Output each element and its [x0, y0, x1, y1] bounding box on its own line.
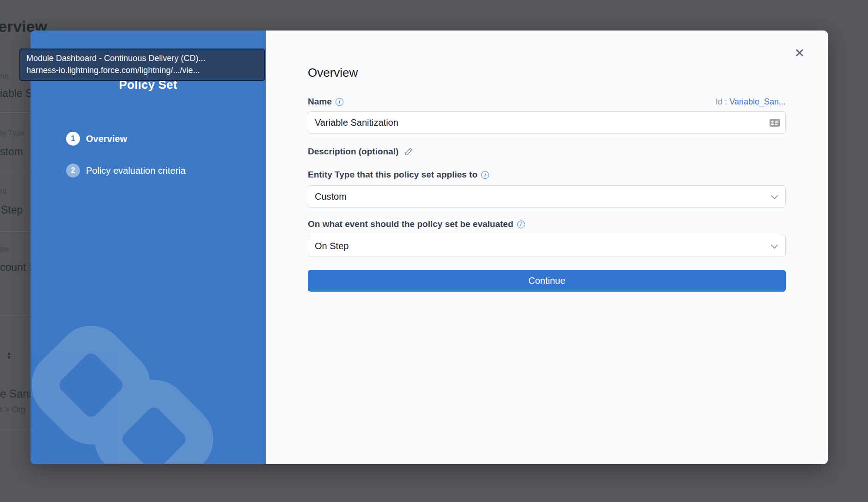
id-link[interactable]: Variable_San...: [729, 97, 786, 106]
info-icon[interactable]: i: [336, 98, 343, 106]
entity-id: Id : Variable_San...: [715, 97, 786, 107]
info-icon[interactable]: i: [517, 220, 525, 228]
step-2-label: Policy evaluation criteria: [86, 165, 186, 176]
sort-icon: ▲ ▼: [6, 351, 12, 360]
close-icon[interactable]: ✕: [794, 47, 805, 60]
policy-set-modal: Policy Set 1 Overview 2 Policy evaluatio…: [31, 31, 828, 464]
name-label-text: Name: [308, 97, 332, 107]
harness-logo-watermark: [31, 31, 266, 464]
link-preview-tooltip: Module Dashboard - Continuous Delivery (…: [19, 49, 265, 81]
event-label-row: On what event should the policy set be e…: [308, 219, 786, 229]
name-label-row: Name i Id : Variable_San...: [308, 97, 786, 107]
background-field-value: stom: [0, 146, 23, 158]
background-field-label: pe: [0, 245, 9, 254]
edit-pencil-icon[interactable]: [404, 147, 413, 156]
sort-down-arrow: ▼: [6, 355, 12, 360]
chevron-down-icon: [771, 241, 778, 249]
background-field-label: ne: [0, 72, 9, 81]
name-label: Name i: [308, 97, 343, 107]
chevron-down-icon: [771, 192, 778, 199]
background-field-value: Step: [1, 204, 23, 216]
entity-type-select[interactable]: Custom: [308, 185, 786, 208]
name-input-wrap: [308, 111, 786, 134]
id-prefix: Id :: [715, 97, 727, 106]
event-select[interactable]: On Step: [308, 235, 786, 257]
step-policy-evaluation-criteria[interactable]: 2 Policy evaluation criteria: [66, 164, 266, 178]
step-2-indicator: 2: [66, 164, 80, 178]
entity-type-value: Custom: [315, 191, 347, 202]
entity-type-label-row: Entity Type that this policy set applies…: [308, 170, 786, 180]
panel-title: Overview: [308, 66, 828, 80]
event-value: On Step: [315, 241, 348, 251]
step-1-label: Overview: [86, 134, 127, 144]
background-field-value: iable S: [0, 87, 32, 100]
entity-type-label: Entity Type that this policy set applies…: [308, 170, 489, 180]
id-card-icon[interactable]: [770, 119, 780, 127]
entity-type-label-text: Entity Type that this policy set applies…: [308, 170, 477, 180]
tooltip-title: Module Dashboard - Continuous Delivery (…: [26, 52, 258, 64]
background-field-label: nt: [0, 187, 6, 196]
background-row-scope: t > Org: [0, 405, 26, 415]
description-label: Description (optional): [308, 147, 398, 157]
wizard-sidebar: Policy Set 1 Overview 2 Policy evaluatio…: [31, 31, 266, 464]
background-row-title: e Sani: [0, 387, 31, 400]
step-overview[interactable]: 1 Overview: [66, 132, 266, 146]
overview-form: Name i Id : Variable_San...: [308, 97, 786, 292]
background-field-value: count :: [0, 261, 32, 274]
name-input[interactable]: [315, 117, 770, 128]
step-1-indicator: 1: [66, 132, 80, 146]
overview-panel: ✕ Overview Name i Id : Variable_San...: [266, 31, 828, 464]
wizard-steps: 1 Overview 2 Policy evaluation criteria: [31, 132, 266, 178]
info-icon[interactable]: i: [481, 171, 489, 179]
event-label: On what event should the policy set be e…: [308, 219, 525, 229]
continue-button[interactable]: Continue: [308, 270, 786, 292]
tooltip-url: harness-io.lightning.force.com/lightning…: [26, 64, 258, 76]
background-field-label: ty Type: [0, 129, 25, 138]
event-label-text: On what event should the policy set be e…: [308, 219, 513, 229]
description-row: Description (optional): [308, 147, 786, 157]
